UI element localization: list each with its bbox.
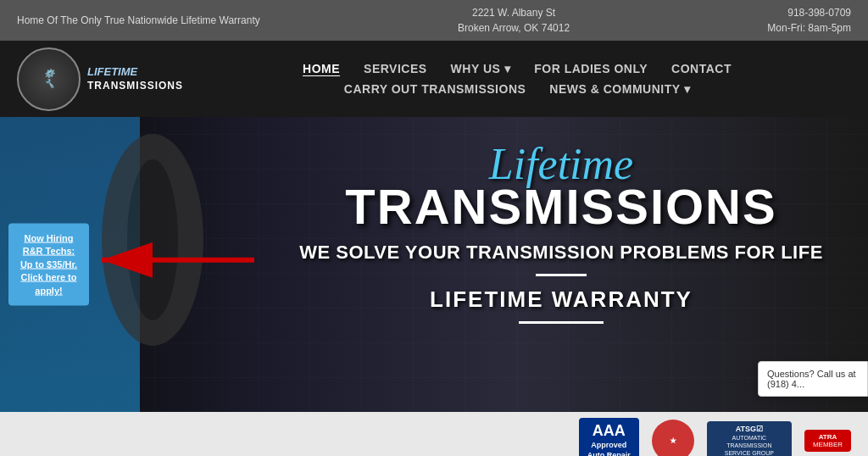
aaa-label: AAA (587, 421, 631, 441)
hero-divider-2 (519, 321, 604, 324)
hero-section: Now Hiring R&R Techs: Up to $35/Hr. Clic… (0, 117, 868, 412)
site-header: ⚙️🔧 Lifetime TRANSMISSIONS HOME SERVICES… (0, 41, 868, 117)
logo-circle: ⚙️🔧 (17, 47, 81, 111)
logo-text: Lifetime TRANSMISSIONS (87, 65, 183, 92)
nav-carry-out[interactable]: CARRY OUT TRANSMISSIONS (332, 79, 538, 99)
address-line2: Broken Arrow, OK 74012 (458, 20, 570, 36)
hero-divider-1 (536, 274, 587, 276)
hero-transmissions-text: TRANSMISSIONS (271, 182, 851, 231)
atsg-label: ATSG☑ (715, 425, 783, 435)
badge-circle-logo: ★ (652, 420, 694, 456)
top-bar-contact: 918-398-0709 Mon-Fri: 8am-5pm (767, 5, 851, 36)
atra-sub: MEMBER (813, 441, 843, 448)
logo-line1: Lifetime (87, 65, 183, 80)
nav-why-us[interactable]: WHY US ▾ (439, 58, 523, 79)
red-arrow-graphic (93, 235, 263, 289)
nav-contact[interactable]: CONTACT (659, 58, 743, 79)
nav-news[interactable]: NEWS & COMMUNITY ▾ (537, 79, 702, 99)
atsg-badge: ATSG☑ AUTOMATIC TRANSMISSION SERVICE GRO… (707, 421, 792, 456)
top-bar: Home Of The Only True Nationwide Lifetim… (0, 0, 868, 41)
circle-badge-text: ★ (670, 437, 676, 445)
logo-icon: ⚙️🔧 (44, 69, 54, 89)
aaa-line2: Approved (587, 441, 631, 451)
badge-aaa: AAA Approved Auto Repair (579, 420, 639, 456)
hero-warranty-text: LIFETIME WARRANTY (271, 286, 851, 313)
nav-ladies[interactable]: FOR LADIES ONLY (522, 58, 659, 79)
chat-popup[interactable]: Questions? Call us at (918) 4... (758, 361, 868, 397)
badge-atra: ATRA MEMBER (804, 420, 851, 456)
nav-row-1: HOME SERVICES WHY US ▾ FOR LADIES ONLY C… (291, 58, 743, 79)
nav-row-2: CARRY OUT TRANSMISSIONS NEWS & COMMUNITY… (332, 79, 702, 99)
aaa-line3: Auto Repair (587, 451, 631, 456)
top-bar-address: 2221 W. Albany St Broken Arrow, OK 74012 (458, 5, 570, 36)
aaa-badge: AAA Approved Auto Repair (579, 418, 639, 456)
atra-badge: ATRA MEMBER (804, 430, 851, 452)
circle-badge: ★ (652, 420, 694, 456)
hero-subtitle: WE SOLVE YOUR TRANSMISSION PROBLEMS FOR … (271, 242, 851, 264)
navigation: HOME SERVICES WHY US ▾ FOR LADIES ONLY C… (183, 58, 851, 99)
footer-badges: AAA Approved Auto Repair ★ ATSG☑ AUTOMAT… (0, 412, 868, 456)
business-hours: Mon-Fri: 8am-5pm (767, 20, 851, 36)
hiring-button[interactable]: Now Hiring R&R Techs: Up to $35/Hr. Clic… (8, 224, 89, 306)
chat-popup-text: Questions? Call us at (918) 4... (767, 369, 856, 389)
address-line1: 2221 W. Albany St (458, 5, 570, 20)
atra-label: ATRA (813, 433, 843, 441)
nav-home[interactable]: HOME (291, 58, 352, 79)
hero-content: Lifetime TRANSMISSIONS WE SOLVE YOUR TRA… (271, 142, 851, 324)
top-bar-tagline: Home Of The Only True Nationwide Lifetim… (17, 14, 260, 26)
atsg-sub: AUTOMATIC TRANSMISSION SERVICE GROUP (715, 434, 783, 456)
logo-line2: TRANSMISSIONS (87, 80, 183, 93)
logo-area: ⚙️🔧 Lifetime TRANSMISSIONS (17, 47, 183, 111)
badge-atsg: ATSG☑ AUTOMATIC TRANSMISSION SERVICE GRO… (707, 420, 792, 456)
phone-number: 918-398-0709 (767, 5, 851, 20)
nav-services[interactable]: SERVICES (352, 58, 439, 79)
